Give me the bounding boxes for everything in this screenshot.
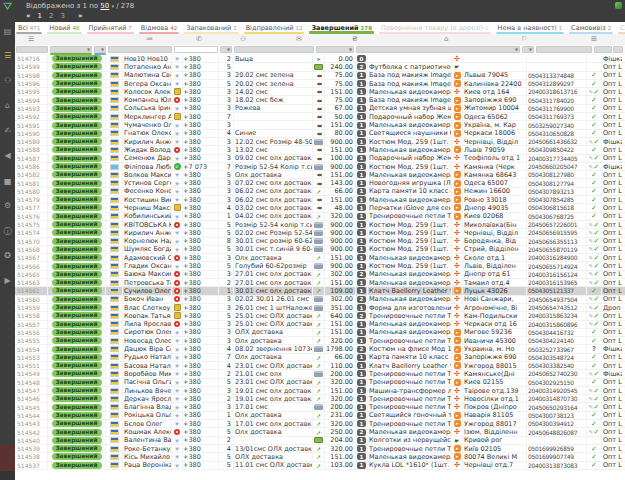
tasks-icon[interactable]: ✍ — [0, 126, 15, 135]
column-filter[interactable]: ▼ — [94, 46, 106, 53]
table-row[interactable]: 514554ЗавершенийДацюк Віра Сергіїв✳+3804… — [15, 345, 625, 353]
column-filter[interactable] — [594, 46, 612, 53]
table-row[interactable]: 514582ЗавершенийВолков Максим✳+3805Олх д… — [15, 171, 625, 179]
table-row[interactable]: 514543ЗавершенийБєлов Олег✳+380317.01 см… — [15, 420, 625, 428]
tab-11[interactable]: Сервіси0 — [617, 22, 625, 34]
tab-2[interactable]: Новий48 — [46, 22, 82, 34]
table-row[interactable]: 514542ЗавершенийКошмак Александр+3805Олх… — [15, 428, 625, 436]
table-row[interactable]: 514586ЗавершенийФіліпова Люба✆+7 0737Роз… — [15, 163, 625, 171]
tab-10[interactable]: Самовивіз2 — [568, 22, 614, 34]
table-row[interactable]: 514553ЗавершенийРудько Наталья✳+3807Олх … — [15, 354, 625, 362]
column-filter[interactable] — [16, 46, 48, 53]
column-filter[interactable] — [108, 46, 172, 53]
table-row[interactable]: 514539ЗавершенийРоке-Бетанкурт Л✳+380413… — [15, 445, 625, 453]
column-filter[interactable] — [613, 46, 623, 53]
table-row[interactable]: 514544ЗавершенийРокіцька Ольга✳+3801Олх … — [15, 412, 625, 420]
edit-list-icon[interactable]: ≔ — [146, 35, 153, 43]
page-number[interactable]: 2 — [49, 12, 54, 20]
table-row[interactable]: 514540ЗавершенийВалентина Василів✳+38022… — [15, 437, 625, 445]
table-row[interactable]: 514557ЗавершенийЛила Ярослав+380325.01 с… — [15, 321, 625, 329]
table-row[interactable]: 514579ЗавершенийКостишин Виктор✳+380306.… — [15, 196, 625, 204]
table-row[interactable]: 514598ЗавершенийМалютина Светлана✳+38032… — [15, 72, 625, 80]
column-filter[interactable]: ▼ — [356, 46, 520, 53]
tag-icon[interactable]: ⊞ — [591, 35, 597, 43]
table-row[interactable]: 514555ЗавершенийНовосад Олеся✳+3803Олх д… — [15, 337, 625, 345]
page-number[interactable]: 1 — [38, 12, 43, 20]
table-row[interactable]: 514538ЗавершенийКісь Михайло✳+3805ОЛХ до… — [15, 453, 625, 461]
tab-3[interactable]: Прийнятий7 — [86, 22, 135, 34]
table-row[interactable]: 514588ЗавершенийЖидак Володимир+380313.0… — [15, 146, 625, 154]
table-row[interactable]: 514576ЗавершенийКобилинський Юрій✳+38010… — [15, 213, 625, 221]
table-row[interactable]: 514556ЗавершенийСиротюк Олекса✳+3803ОЛХ … — [15, 329, 625, 337]
column-filter[interactable]: ▼ — [50, 46, 92, 53]
table-row[interactable]: 514561ЗавершенийСучилов Олег+380130.01 с… — [15, 287, 625, 295]
column-filter[interactable]: ▼ — [316, 46, 354, 53]
tab-8[interactable]: Повернення товару (в дорозі)0 — [378, 22, 491, 34]
table-row[interactable]: 514570ЗавершенийКорнелюк Надія Та✳+38083… — [15, 238, 625, 246]
table-row[interactable]: 514581ЗавершенийУстинов Сергей✳+380307.0… — [15, 179, 625, 187]
table-row[interactable]: 514558ЗавершенийКовпак Татьяна+380525.01… — [15, 312, 625, 320]
table-row[interactable]: 514568ЗавершенийШумляс Богдана Ан✳+38053… — [15, 246, 625, 254]
tab-9[interactable]: Нема в наявності1 — [495, 22, 566, 34]
table-row[interactable]: 514548ЗавершенийПасічна Ольга✳+380523.01… — [15, 379, 625, 387]
table-row[interactable]: 514577ЗавершенийЧерниш Максим+380403.02 … — [15, 204, 625, 212]
per-page-dropdown[interactable]: 50 — [100, 2, 109, 10]
table-row[interactable]: 514599ЗавершенийПотапенко Анаст✳+3805240… — [15, 63, 625, 71]
stats-icon[interactable]: ▅ — [0, 176, 15, 185]
table-row[interactable]: 514596ЗавершенийВегера Оксана✳+380520.02… — [15, 80, 625, 88]
tab-4[interactable]: Відмова42 — [138, 22, 180, 34]
table-row[interactable]: 514589ЗавершенийКирилич Анжела Ол✳+38031… — [15, 138, 625, 146]
column-filter[interactable] — [536, 46, 592, 53]
first-page-icon[interactable]: « — [26, 12, 32, 20]
comment-icon[interactable]: ✉ — [296, 35, 302, 43]
table-row[interactable]: 514551ЗавершенийБасова Наталя✳+380423.01… — [15, 362, 625, 370]
table-row[interactable]: 514565ЗавершенийБаюка Максим+380327.01 с… — [15, 271, 625, 279]
clients-icon[interactable]: ⚇ — [0, 76, 15, 85]
settings-icon[interactable]: ⚙ — [0, 201, 15, 210]
last-page-icon[interactable]: » — [78, 12, 84, 20]
column-filter[interactable] — [234, 46, 314, 53]
table-row[interactable]: 514716ЗавершенийНов10 Нов10✳+3802Выца➤0.… — [15, 55, 625, 63]
dashboard-icon[interactable]: ▤ — [0, 27, 15, 36]
table-row[interactable]: 514575ЗавершенийКВІТОВСЬКА ЮЛІЯ+3805Розм… — [15, 221, 625, 229]
call-icon[interactable]: ✆ — [196, 35, 202, 43]
warehouse-icon[interactable]: ⌂ — [0, 101, 15, 110]
top-right-icon[interactable] — [615, 2, 622, 9]
table-row[interactable]: 514549ЗавершенийВоробйов Микола✳+380221.… — [15, 370, 625, 378]
info-icon[interactable]: ⓘ — [0, 226, 15, 237]
payment-icon[interactable]: ₴ — [352, 35, 357, 43]
table-row[interactable]: 514574ЗавершенийКирилич Анжела Он✳+38050… — [15, 229, 625, 237]
table-row[interactable]: 514595ЗавершенийКолосок Александр+380314… — [15, 88, 625, 96]
rows-icon[interactable]: ☰ — [28, 35, 34, 43]
table-row[interactable]: 514587ЗавершенийСеменюк Дарина✳+380309.0… — [15, 155, 625, 163]
column-filter[interactable] — [174, 46, 218, 53]
column-filter[interactable]: ▼ — [220, 46, 232, 53]
video-icon[interactable]: ▶ — [0, 276, 15, 285]
table-row[interactable]: 514546ЗавершенийДеркач Ярослав✳+380219.0… — [15, 395, 625, 403]
marketing-icon[interactable]: ◀ — [0, 151, 15, 160]
location-icon[interactable]: ⚐ — [521, 35, 527, 43]
table-row[interactable]: 514537ЗавершенийРаца Вероніка✳+380511.01… — [15, 462, 625, 470]
tab-1[interactable]: Всі471 — [15, 22, 43, 34]
network-icon[interactable]: ✪ — [0, 251, 15, 260]
table-row[interactable]: 514566ЗавершенийГладик Оксана✳+3805Голуб… — [15, 262, 625, 270]
table-row[interactable]: 514560ЗавершенийБокоч Иван+380302.02 30.… — [15, 296, 625, 304]
product-icon[interactable]: ⌂ — [444, 35, 448, 43]
orders-icon[interactable]: ☰ — [0, 51, 15, 60]
table-row[interactable]: 514563ЗавершенийПетровська Тетяна+380227… — [15, 279, 625, 287]
table-row[interactable]: 514580ЗавершенийФесенко Константин✳+3803… — [15, 188, 625, 196]
tab-7[interactable]: Завершений278 — [308, 22, 375, 34]
table-row[interactable]: 514594ЗавершенийКомпанец Юля+380318.02 с… — [15, 96, 625, 104]
table-row[interactable]: 514545ЗавершенийБлагінна Владісла✳+38031… — [15, 403, 625, 411]
table-row[interactable]: 514559ЗавершенийВлас Слоткоу+380326.01 с… — [15, 304, 625, 312]
page-number[interactable]: 3 — [60, 12, 65, 20]
table-row[interactable]: 514567ЗавершенийАдамовский Станис+3803Ол… — [15, 254, 625, 262]
table-row[interactable]: 514590ЗавершенийГнатюк Олександр✳+3804Си… — [15, 130, 625, 138]
column-filter[interactable]: ▼ — [522, 46, 534, 53]
table-row[interactable]: 514547ЗавершенийЛиньков Вячеслав✳+380319… — [15, 387, 625, 395]
table-row[interactable]: 514591ЗавершенийЧумаченко Олена✳+3803◀◀1… — [15, 121, 625, 129]
tab-5[interactable]: Запакований1 — [183, 22, 239, 34]
table-row[interactable]: 514593ЗавершенийСольська Ірина✳+3803Роже… — [15, 105, 625, 113]
tab-6[interactable]: Відправлений12 — [243, 22, 306, 34]
table-row[interactable]: 514592ЗавершенийМерклингер Андрей+3807◀◀… — [15, 113, 625, 121]
